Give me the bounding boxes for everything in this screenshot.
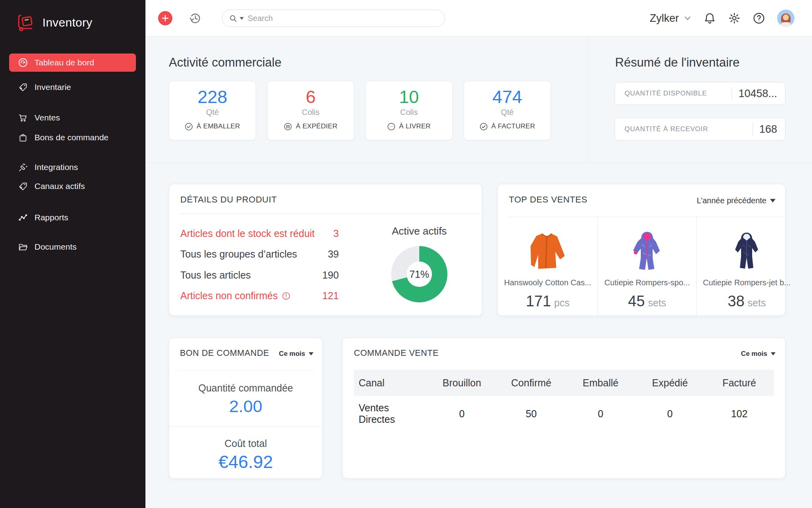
sales-cart-icon — [18, 113, 28, 123]
to-deliver-value: 10 — [366, 87, 452, 107]
to-ship-value: 6 — [267, 87, 354, 107]
caret-down-icon — [770, 199, 776, 202]
help-icon — [753, 12, 765, 25]
check-circle-icon — [480, 122, 488, 131]
low-stock-items-row[interactable]: Articles dont le stock est réduit 3 — [180, 223, 339, 244]
active-items-donut: 71% — [391, 246, 447, 302]
purchase-order-title: BON DE COMMANDE — [180, 348, 269, 358]
check-circle-icon — [185, 122, 193, 131]
panel-divider — [177, 370, 314, 371]
to-invoice-unit: Qté — [464, 108, 550, 117]
sidebar-item-label: Bons de commande — [34, 133, 109, 142]
unconfirmed-items-row[interactable]: Articles non confirmés 121 — [180, 286, 339, 307]
sidebar-item-label: Tableau de bord — [34, 58, 94, 67]
top-sales-period-dropdown[interactable]: L’année précédente — [697, 196, 776, 205]
summary-horizontal-divider — [145, 162, 812, 163]
top-sales-title: TOP DES VENTES — [509, 195, 587, 205]
product-qty: 171pcs — [498, 293, 598, 310]
sidebar-item-dashboard[interactable]: Tableau de bord — [9, 53, 136, 72]
to-pack-value: 228 — [169, 87, 256, 107]
app-logo: Inventory — [17, 13, 92, 32]
purchase-order-period-dropdown[interactable]: Ce mois — [279, 350, 313, 358]
settings-button[interactable] — [728, 12, 741, 25]
purchase-order-panel: BON DE COMMANDE Ce mois Quantité command… — [169, 338, 323, 479]
quick-create-button[interactable] — [158, 11, 172, 25]
sidebar-item-integrations[interactable]: Integrations — [0, 158, 145, 177]
to-deliver-card[interactable]: 10 Colis À LIVRER — [365, 81, 453, 140]
caret-down-icon — [309, 352, 313, 355]
global-search — [222, 10, 445, 27]
business-activity-cards: 228 Qté À EMBALLER 6 Colis À EXPÉDIER 10… — [169, 81, 551, 140]
recent-history-button[interactable] — [188, 11, 203, 25]
to-invoice-card[interactable]: 474 Qté À FACTURER — [464, 81, 551, 140]
column-header: Facturé — [705, 377, 774, 389]
product-name: Cutiepie Rompers-spo... — [598, 278, 696, 287]
documents-folder-icon — [18, 242, 28, 252]
sidebar-item-label: Documents — [34, 242, 76, 252]
sidebar-item-label: Ventes — [34, 113, 60, 122]
integrations-plug-icon — [18, 162, 28, 172]
to-pack-unit: Qté — [169, 108, 256, 117]
notifications-button[interactable] — [703, 12, 716, 25]
shipped-cell: 0 — [635, 408, 705, 420]
search-input[interactable] — [248, 14, 438, 23]
dashboard-icon — [18, 57, 28, 68]
sales-order-period-dropdown[interactable]: Ce mois — [741, 350, 776, 358]
top-sales-product-1[interactable]: Hanswooly Cotton Cas... 171pcs — [498, 217, 598, 315]
donut-percent-label: 71% — [407, 262, 432, 287]
sales-order-table-row[interactable]: Ventes Directes 0 50 0 0 102 — [354, 396, 774, 432]
column-header: Brouillon — [427, 377, 497, 389]
product-name: Cutiepie Rompers-jet b... — [697, 278, 797, 287]
product-details-rows: Articles dont le stock est réduit 3 Tous… — [180, 223, 339, 306]
column-header: Canal — [354, 377, 427, 389]
quantity-to-receive-value: 168 — [753, 123, 785, 136]
sidebar-item-label: Inventarie — [34, 82, 71, 92]
top-sales-product-3[interactable]: Cutiepie Rompers-jet b... 38sets — [696, 217, 797, 315]
quantity-in-hand-value: 10458... — [732, 88, 785, 100]
all-item-groups-row[interactable]: Tous les groupes d’articles 39 — [180, 244, 339, 265]
active-items-chart-title: Active actifs — [380, 225, 459, 237]
column-header: Confirmé — [497, 377, 566, 389]
to-pack-status: À EMBALLER — [185, 122, 240, 131]
top-sales-panel: TOP DES VENTES L’année précédente Hanswo… — [497, 184, 785, 316]
quantity-in-hand-label: QUANTITÉ DISPONIBLE — [615, 90, 732, 97]
channels-tag-icon — [18, 181, 28, 191]
help-button[interactable] — [753, 12, 765, 25]
total-cost-value: €46.92 — [169, 452, 322, 472]
purchase-bag-icon — [18, 132, 28, 143]
to-ship-card[interactable]: 6 Colis À EXPÉDIER — [267, 81, 354, 140]
reports-chart-icon — [18, 212, 28, 223]
to-deliver-status: À LIVRER — [387, 122, 431, 131]
to-pack-card[interactable]: 228 Qté À EMBALLER — [169, 81, 256, 140]
sidebar-item-label: Integrations — [34, 162, 78, 172]
alert-circle-icon — [282, 292, 290, 300]
panel-divider — [180, 214, 482, 214]
user-avatar[interactable] — [777, 10, 795, 27]
ordered-quantity-label: Quantité commandée — [169, 382, 322, 394]
org-switcher[interactable]: Zylker — [650, 12, 692, 25]
sidebar-item-sales[interactable]: Ventes — [0, 108, 145, 127]
quantity-to-receive-label: QUANTITÉ À RECEVOIR — [615, 125, 753, 133]
product-name: Hanswooly Cotton Cas... — [498, 278, 598, 287]
search-icon — [229, 15, 237, 22]
topbar: Zylker — [145, 0, 812, 36]
top-sales-products: Hanswooly Cotton Cas... 171pcs Cutiepie … — [498, 217, 785, 315]
sales-order-title: COMMANDE VENTE — [354, 348, 439, 358]
search-scope-caret-icon[interactable] — [240, 17, 244, 20]
sidebar-item-documents[interactable]: Documents — [0, 237, 145, 256]
chevron-down-icon — [684, 14, 692, 22]
dots-circle-icon — [387, 122, 395, 131]
quantity-in-hand-box: QUANTITÉ DISPONIBLE 10458... — [615, 82, 785, 105]
product-details-panel: DÉTAILS DU PRODUIT Articles dont le stoc… — [169, 184, 482, 316]
top-sales-product-2[interactable]: Cutiepie Rompers-spo... 45sets — [598, 217, 696, 315]
all-items-row[interactable]: Tous les articles 190 — [180, 265, 339, 286]
sidebar-item-inventory[interactable]: Inventarie — [0, 78, 145, 97]
gear-icon — [728, 12, 741, 25]
sidebar-item-reports[interactable]: Rapports — [0, 208, 145, 227]
sales-order-table-header: Canal Brouillon Confirmé Emballé Expédié… — [354, 370, 774, 396]
sidebar-item-label: Canaux actifs — [34, 181, 85, 191]
orange-cardigan-image — [498, 229, 598, 273]
sidebar-item-purchase-orders[interactable]: Bons de commande — [0, 128, 145, 147]
sidebar-item-active-channels[interactable]: Canaux actifs — [0, 177, 145, 196]
navy-snowsuit-image — [697, 229, 797, 273]
